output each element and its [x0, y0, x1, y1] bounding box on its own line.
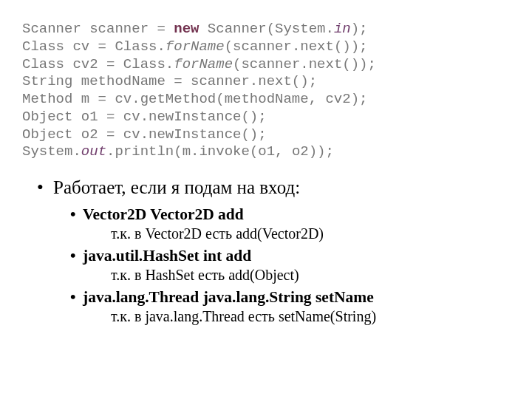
example-2-sub: т.к. в HashSet есть add(Object)	[111, 267, 510, 284]
code-line-5: Method m = cv.getMethod(methodName, cv2)…	[22, 91, 367, 107]
example-1-sub: т.к. в Vector2D есть add(Vector2D)	[111, 225, 510, 242]
code-line-3: Class cv2 = Class.forName(scanner.next()…	[22, 56, 376, 72]
example-2-title: java.util.HashSet int add	[83, 247, 251, 265]
heading-text: Работает, если я подам на вход:	[53, 177, 300, 197]
code-line-7: Object o2 = cv.newInstance();	[22, 126, 267, 143]
example-2: java.util.HashSet int add	[83, 247, 510, 265]
code-line-1: Scanner scanner = new Scanner(System.in)…	[22, 21, 368, 37]
example-1-title: Vector2D Vector2D add	[83, 205, 244, 223]
example-3-sub: т.к. в java.lang.Thread есть setName(Str…	[111, 308, 510, 325]
example-1: Vector2D Vector2D add	[83, 205, 510, 224]
example-3-title: java.lang.Thread java.lang.String setNam…	[83, 288, 374, 306]
code-line-8: System.out.println(m.invoke(o1, o2));	[22, 143, 334, 160]
bullet-list: Работает, если я подам на вход: Vector2D…	[22, 177, 510, 325]
code-block: Scanner scanner = new Scanner(System.in)…	[22, 21, 510, 161]
sub-list: Vector2D Vector2D add т.к. в Vector2D ес…	[53, 205, 510, 325]
code-line-6: Object o1 = cv.newInstance();	[22, 109, 267, 125]
code-line-4: String methodName = scanner.next();	[22, 73, 317, 89]
example-3: java.lang.Thread java.lang.String setNam…	[83, 288, 510, 307]
heading-bullet: Работает, если я подам на вход:	[53, 177, 510, 198]
code-line-2: Class cv = Class.forName(scanner.next())…	[22, 38, 368, 55]
